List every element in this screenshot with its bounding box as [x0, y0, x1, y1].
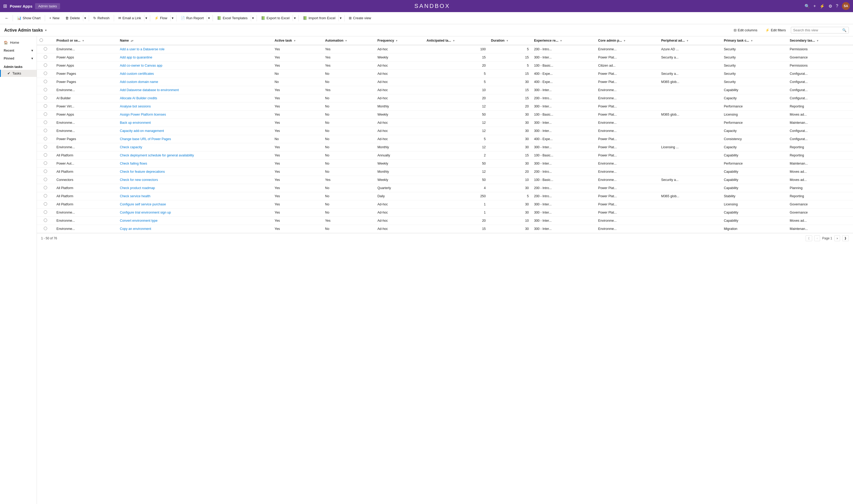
cell-name[interactable]: Add co-owner to Canvas app	[117, 61, 272, 70]
row-radio[interactable]	[37, 225, 54, 233]
col-automation[interactable]: Automation ▾	[322, 36, 375, 45]
row-radio[interactable]	[37, 127, 54, 135]
row-radio[interactable]	[37, 200, 54, 209]
create-view-button[interactable]: ⊞ Create view	[346, 15, 374, 21]
cell-duration: 30	[488, 160, 531, 168]
cell-name[interactable]: Check failing flows	[117, 160, 272, 168]
delete-dropdown[interactable]: ▾	[83, 15, 87, 21]
row-radio[interactable]	[37, 143, 54, 151]
show-chart-button[interactable]: 📊 Show Chart	[15, 15, 43, 21]
cell-name[interactable]: Add custom certificates	[117, 70, 272, 78]
search-input[interactable]	[793, 28, 841, 32]
row-radio[interactable]	[37, 184, 54, 192]
col-primary[interactable]: Primary task c... ▾	[721, 36, 787, 45]
breadcrumb[interactable]: Admin tasks	[35, 3, 60, 9]
sidebar-recent-header[interactable]: Recent ▾	[0, 47, 37, 54]
cell-name[interactable]: Copy an environment	[117, 225, 272, 233]
sidebar-item-tasks[interactable]: ✔ Tasks	[0, 70, 37, 77]
edit-columns-button[interactable]: ⊟ Edit columns	[731, 26, 760, 34]
help-icon[interactable]: ?	[836, 4, 838, 8]
prev-page-button[interactable]: ‹	[814, 235, 820, 241]
cell-name[interactable]: Check product roadmap	[117, 184, 272, 192]
sidebar-item-home[interactable]: 🏠 Home	[0, 38, 37, 47]
cell-name[interactable]: Add Dataverse database to environment	[117, 86, 272, 94]
cell-name[interactable]: Add a user to a Dataverse role	[117, 45, 272, 53]
search-box[interactable]: 🔍	[791, 27, 849, 33]
row-radio[interactable]	[37, 119, 54, 127]
new-button[interactable]: + New	[47, 15, 62, 21]
col-anticipated[interactable]: Anticipated ta... ▾	[424, 36, 488, 45]
next-page-button[interactable]: ›	[834, 235, 840, 241]
row-radio[interactable]	[37, 192, 54, 200]
col-experience[interactable]: Experience re... ▾	[531, 36, 596, 45]
col-product[interactable]: Product or se... ▾	[54, 36, 117, 45]
run-report-dropdown[interactable]: ▾	[207, 15, 211, 21]
cell-name[interactable]: Check service health	[117, 192, 272, 200]
row-radio[interactable]	[37, 94, 54, 103]
cell-name[interactable]: Change base URL of Power Pages	[117, 135, 272, 143]
filter-icon[interactable]: ⚡	[820, 4, 825, 9]
row-radio[interactable]	[37, 45, 54, 53]
export-excel-button[interactable]: 📗 Export to Excel	[259, 15, 292, 21]
add-icon[interactable]: +	[814, 4, 816, 8]
row-radio[interactable]	[37, 103, 54, 111]
cell-name[interactable]: Capacity add-on management	[117, 127, 272, 135]
col-peripheral[interactable]: Peripheral ad... ▾	[659, 36, 721, 45]
select-all-checkbox[interactable]	[37, 36, 54, 45]
row-radio[interactable]	[37, 176, 54, 184]
export-dropdown[interactable]: ▾	[293, 15, 297, 21]
col-frequency[interactable]: Frequency ▾	[375, 36, 424, 45]
row-radio[interactable]	[37, 70, 54, 78]
flow-dropdown[interactable]: ▾	[171, 15, 175, 21]
edit-filters-button[interactable]: ⚡ Edit filters	[762, 26, 789, 34]
cell-name[interactable]: Assign Power Platform licenses	[117, 111, 272, 119]
row-radio[interactable]	[37, 217, 54, 225]
cell-name[interactable]: Configure trial environment sign up	[117, 209, 272, 217]
last-page-button[interactable]: ⟫	[842, 235, 849, 241]
col-secondary[interactable]: Secondary tas... ▾	[787, 36, 853, 45]
row-radio[interactable]	[37, 61, 54, 70]
import-dropdown[interactable]: ▾	[338, 15, 343, 21]
row-radio[interactable]	[37, 168, 54, 176]
cell-name[interactable]: Check for new connectors	[117, 176, 272, 184]
cell-name[interactable]: Add app to quarantine	[117, 53, 272, 61]
col-duration[interactable]: Duration ▾	[488, 36, 531, 45]
row-radio[interactable]	[37, 53, 54, 61]
import-excel-button[interactable]: 📗 Import from Excel	[300, 15, 338, 21]
excel-templates-dropdown[interactable]: ▾	[251, 15, 255, 21]
refresh-button[interactable]: ↻ Refresh	[91, 15, 112, 21]
row-radio[interactable]	[37, 111, 54, 119]
row-radio[interactable]	[37, 209, 54, 217]
cell-name[interactable]: Convert environment type	[117, 217, 272, 225]
row-radio[interactable]	[37, 151, 54, 160]
row-radio[interactable]	[37, 86, 54, 94]
cell-name[interactable]: Check for feature deprecations	[117, 168, 272, 176]
cell-name[interactable]: Configure self service purchase	[117, 200, 272, 209]
cell-name[interactable]: Check capacity	[117, 143, 272, 151]
col-active[interactable]: Active task ▾	[272, 36, 322, 45]
flow-button[interactable]: ⚡ Flow	[152, 15, 170, 21]
row-radio[interactable]	[37, 135, 54, 143]
email-dropdown[interactable]: ▾	[144, 15, 148, 21]
avatar[interactable]: SA	[842, 2, 850, 10]
run-report-button[interactable]: 📄 Run Report	[178, 15, 206, 21]
cell-name[interactable]: Check deployment schedule for general av…	[117, 151, 272, 160]
row-radio[interactable]	[37, 78, 54, 86]
waffle-icon[interactable]: ⊞	[3, 3, 7, 9]
first-page-button[interactable]: ⟪	[805, 235, 812, 241]
search-icon[interactable]: 🔍	[804, 4, 810, 9]
cell-name[interactable]: Add custom domain name	[117, 78, 272, 86]
email-link-button[interactable]: ✉ Email a Link	[115, 15, 144, 21]
settings-icon[interactable]: ⚙	[829, 4, 832, 9]
view-title-chevron[interactable]: ▾	[45, 29, 47, 32]
cell-name[interactable]: Allocate AI Builder credits	[117, 94, 272, 103]
row-radio[interactable]	[37, 160, 54, 168]
excel-templates-button[interactable]: 📗 Excel Templates	[214, 15, 250, 21]
col-core[interactable]: Core admin p... ▾	[596, 36, 659, 45]
col-name[interactable]: Name ▴▾	[117, 36, 272, 45]
cell-name[interactable]: Analyse bot sessions	[117, 103, 272, 111]
delete-button[interactable]: 🗑 Delete	[63, 15, 83, 21]
sidebar-pinned-header[interactable]: Pinned ▾	[0, 54, 37, 62]
back-button[interactable]: ←	[3, 15, 11, 22]
cell-name[interactable]: Back up environment	[117, 119, 272, 127]
